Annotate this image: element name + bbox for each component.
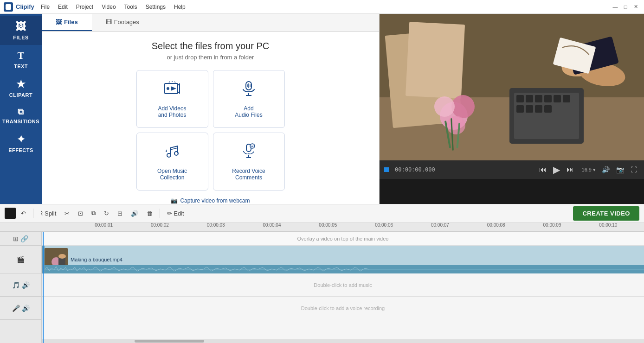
close-button[interactable]: ✕ bbox=[631, 2, 640, 12]
sidebar-clipart-label: CLIPART bbox=[9, 92, 32, 98]
menu-project[interactable]: Project bbox=[72, 3, 97, 11]
volume-button[interactable]: 🔊 bbox=[599, 165, 612, 174]
files-tab-label: Files bbox=[64, 19, 78, 25]
capture-webcam-link[interactable]: 📷 Capture video from webcam bbox=[51, 197, 370, 204]
duplicate-button[interactable]: ⧉ bbox=[88, 208, 99, 219]
tab-footages[interactable]: 🎞 Footages bbox=[92, 14, 153, 31]
overlay-track-ctrl: ⊞ 🔗 bbox=[0, 232, 41, 246]
sidebar-item-files[interactable]: 🖼 FILES bbox=[0, 16, 42, 45]
trim-button[interactable]: ⊟ bbox=[114, 208, 126, 219]
music-icon[interactable]: 🎵 bbox=[12, 281, 20, 289]
add-videos-icon bbox=[163, 80, 181, 101]
menu-help[interactable]: Help bbox=[170, 3, 189, 11]
sidebar-item-effects[interactable]: ✦ EFFECTS bbox=[0, 129, 42, 158]
overlay-track[interactable]: Overlay a video on top of the main video bbox=[42, 232, 644, 246]
video-track-icon[interactable]: 🎬 bbox=[17, 256, 25, 263]
preview-panel: 00:00:00.000 ⏮ ▶ ⏭ 16:9 ▾ 🔊 📷 ⛶ bbox=[380, 14, 644, 204]
files-icon: 🖼 bbox=[16, 21, 26, 33]
rotate-button[interactable]: ↻ bbox=[101, 208, 112, 219]
app-logo bbox=[4, 2, 13, 12]
svg-rect-28 bbox=[516, 105, 524, 113]
link-icon[interactable]: 🔗 bbox=[20, 235, 28, 242]
skip-forward-button[interactable]: ⏭ bbox=[564, 165, 576, 175]
sidebar-item-transitions[interactable]: ⧉ TRANSITIONS bbox=[0, 102, 42, 129]
toolbar-separator-2 bbox=[160, 209, 160, 218]
timeline-body: ⊞ 🔗 🎬 🎵 🔊 🎤 🔊 Overlay a video on top o bbox=[0, 232, 644, 343]
video-frame-svg bbox=[380, 14, 644, 160]
panel-tabs: 🖼 Files 🎞 Footages bbox=[42, 14, 379, 32]
tab-files[interactable]: 🖼 Files bbox=[42, 14, 92, 31]
ruler-marks: 00:00:01 00:00:02 00:00:03 00:00:04 00:0… bbox=[84, 222, 644, 232]
record-voice-button[interactable]: + Record VoiceComments bbox=[213, 133, 285, 191]
clipart-icon: ★ bbox=[16, 78, 26, 90]
skip-back-button[interactable]: ⏮ bbox=[537, 165, 549, 175]
timeline-dot bbox=[384, 167, 389, 172]
voice-track[interactable]: Double-click to add a voice recording bbox=[42, 297, 644, 320]
preview-time: 00:00:00.000 bbox=[395, 166, 435, 173]
menu-video[interactable]: Video bbox=[98, 3, 119, 11]
aspect-ratio-label[interactable]: 16:9 ▾ bbox=[582, 167, 596, 173]
voice-track-ctrl: 🎤 🔊 bbox=[0, 297, 41, 320]
preview-buttons: ⏮ ▶ ⏭ 16:9 ▾ 🔊 📷 ⛶ bbox=[537, 163, 639, 176]
capture-webcam-icon: 📷 bbox=[171, 197, 178, 204]
menu-tools[interactable]: Tools bbox=[121, 3, 141, 11]
svg-point-34 bbox=[434, 96, 455, 117]
svg-point-35 bbox=[447, 116, 465, 134]
minimize-button[interactable]: — bbox=[611, 2, 620, 12]
svg-rect-31 bbox=[544, 105, 552, 113]
menu-edit[interactable]: Edit bbox=[54, 3, 71, 11]
svg-point-46 bbox=[58, 254, 66, 259]
add-audio-icon bbox=[240, 80, 258, 101]
sidebar-item-clipart[interactable]: ★ CLIPART bbox=[0, 74, 42, 102]
svg-rect-30 bbox=[535, 105, 542, 113]
audio-button[interactable]: 🔊 bbox=[128, 208, 142, 219]
time-mark-5: 00:00:05 bbox=[319, 222, 337, 228]
time-mark-3: 00:00:03 bbox=[207, 222, 225, 228]
open-music-button[interactable]: Open MusicCollection bbox=[136, 133, 208, 191]
cut-button[interactable]: ✂ bbox=[61, 208, 73, 219]
timeline: 00:00:01 00:00:02 00:00:03 00:00:04 00:0… bbox=[0, 222, 644, 343]
svg-point-33 bbox=[451, 95, 475, 118]
add-videos-button[interactable]: Add Videosand Photos bbox=[136, 70, 208, 128]
scroll-handle[interactable] bbox=[135, 340, 204, 343]
overlay-hint: Overlay a video on top of the main video bbox=[297, 236, 389, 241]
split-label: Split bbox=[45, 210, 56, 217]
add-audio-button[interactable]: AddAudio Files bbox=[213, 70, 285, 128]
content-panel: 🖼 Files 🎞 Footages Select the files from… bbox=[42, 14, 380, 204]
edit-button[interactable]: ✏ Edit bbox=[164, 208, 187, 219]
effects-icon: ✦ bbox=[17, 133, 26, 146]
menu-settings[interactable]: Settings bbox=[142, 3, 169, 11]
overlay-icon[interactable]: ⊞ bbox=[13, 235, 19, 242]
svg-rect-23 bbox=[526, 95, 533, 102]
fullscreen-button[interactable]: ⛶ bbox=[628, 165, 639, 174]
svg-rect-22 bbox=[516, 95, 524, 102]
text-icon: T bbox=[17, 50, 24, 62]
svg-rect-27 bbox=[563, 95, 570, 102]
music-volume-icon[interactable]: 🔊 bbox=[22, 281, 30, 289]
split-icon: ⌇ bbox=[40, 210, 43, 217]
color-swatch[interactable] bbox=[5, 208, 16, 219]
screenshot-button[interactable]: 📷 bbox=[614, 165, 626, 174]
delete-button[interactable]: 🗑 bbox=[143, 208, 156, 219]
video-track-ctrl: 🎬 bbox=[0, 246, 41, 273]
sidebar-item-text[interactable]: T TEXT bbox=[0, 45, 42, 74]
split-button[interactable]: ⌇ Split bbox=[37, 208, 59, 219]
menu-file[interactable]: File bbox=[37, 3, 53, 11]
app-title: Clipify bbox=[16, 3, 34, 10]
video-background bbox=[380, 14, 644, 160]
svg-rect-24 bbox=[535, 95, 542, 102]
music-track[interactable]: Double-click to add music bbox=[42, 273, 644, 297]
open-music-label: Open MusicCollection bbox=[157, 168, 187, 181]
voice-volume-icon[interactable]: 🔊 bbox=[22, 305, 30, 312]
undo-button[interactable]: ↶ bbox=[18, 208, 29, 219]
footages-tab-icon: 🎞 bbox=[106, 19, 112, 25]
title-bar-left: Clipify File Edit Project Video Tools Se… bbox=[4, 2, 189, 12]
voice-icon[interactable]: 🎤 bbox=[12, 305, 20, 312]
svg-text:+: + bbox=[251, 145, 253, 149]
maximize-button[interactable]: □ bbox=[621, 2, 630, 12]
play-button[interactable]: ▶ bbox=[551, 163, 562, 176]
horizontal-scrollbar[interactable] bbox=[42, 339, 644, 343]
create-video-button[interactable]: CREATE VIDEO bbox=[573, 206, 639, 221]
crop-button[interactable]: ⊡ bbox=[75, 208, 86, 219]
files-content: Select the files from your PC or just dr… bbox=[42, 32, 379, 213]
